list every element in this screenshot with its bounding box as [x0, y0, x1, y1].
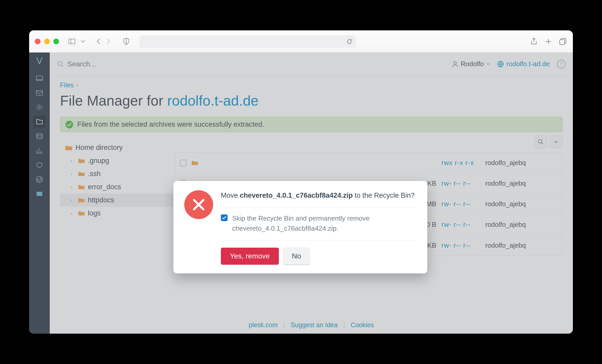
share-icon[interactable]: [530, 37, 538, 46]
nav-forward-button[interactable]: [104, 37, 113, 46]
skip-recycle-option[interactable]: Skip the Recycle Bin and permanently rem…: [221, 213, 416, 233]
sidebar-toggle-button[interactable]: [66, 38, 78, 45]
error-circle-icon: [184, 190, 213, 219]
url-bar[interactable]: [139, 35, 356, 48]
tabs-overview-icon[interactable]: [558, 37, 567, 46]
nav-back-button[interactable]: [94, 37, 103, 46]
svg-rect-0: [69, 39, 75, 44]
window-close-button[interactable]: [35, 39, 40, 44]
cancel-button[interactable]: No: [283, 248, 310, 265]
window-minimize-button[interactable]: [44, 39, 50, 44]
window-zoom-button[interactable]: [53, 39, 59, 44]
confirm-remove-button[interactable]: Yes, remove: [221, 248, 279, 265]
browser-chrome: [29, 30, 573, 53]
confirm-remove-dialog: Move chevereto_4.0.1_c76acbf8a424.zip to…: [173, 181, 427, 273]
reload-icon[interactable]: [347, 39, 352, 44]
privacy-shield-icon[interactable]: [122, 37, 131, 46]
skip-recycle-checkbox[interactable]: [221, 214, 228, 221]
traffic-lights: [35, 39, 59, 44]
chevron-down-icon[interactable]: [79, 37, 87, 46]
modal-message: Move chevereto_4.0.1_c76acbf8a424.zip to…: [221, 190, 416, 201]
svg-rect-3: [560, 40, 565, 45]
skip-recycle-label: Skip the Recycle Bin and permanently rem…: [232, 213, 416, 233]
new-tab-icon[interactable]: [544, 37, 553, 46]
browser-window: V Rodolfo: [29, 30, 573, 334]
